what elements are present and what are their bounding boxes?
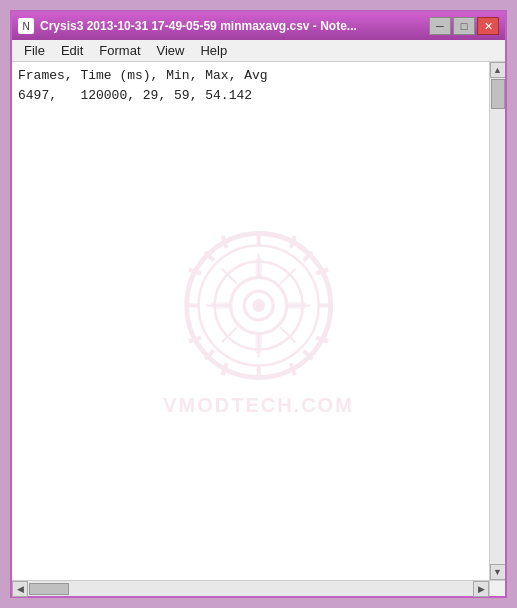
app-icon: N bbox=[18, 18, 34, 34]
notepad-window: N Crysis3 2013-10-31 17-49-05-59 minmaxa… bbox=[10, 10, 507, 598]
menu-edit[interactable]: Edit bbox=[53, 41, 91, 60]
scroll-thumb-h[interactable] bbox=[29, 583, 69, 595]
scroll-right-button[interactable]: ▶ bbox=[473, 581, 489, 597]
title-bar-left: N Crysis3 2013-10-31 17-49-05-59 minmaxa… bbox=[18, 18, 357, 34]
scroll-thumb-v[interactable] bbox=[491, 79, 505, 109]
maximize-button[interactable]: □ bbox=[453, 17, 475, 35]
menu-file[interactable]: File bbox=[16, 41, 53, 60]
scroll-up-button[interactable]: ▲ bbox=[490, 62, 506, 78]
minimize-button[interactable]: ─ bbox=[429, 17, 451, 35]
scrollbar-corner bbox=[489, 580, 505, 596]
menu-help[interactable]: Help bbox=[192, 41, 235, 60]
close-button[interactable]: ✕ bbox=[477, 17, 499, 35]
text-editor[interactable]: Frames, Time (ms), Min, Max, Avg 6497, 1… bbox=[12, 62, 489, 580]
scroll-track-h[interactable] bbox=[28, 581, 473, 596]
title-bar: N Crysis3 2013-10-31 17-49-05-59 minmaxa… bbox=[12, 12, 505, 40]
content-area: Frames, Time (ms), Min, Max, Avg 6497, 1… bbox=[12, 62, 505, 580]
menu-bar: File Edit Format View Help bbox=[12, 40, 505, 62]
menu-format[interactable]: Format bbox=[91, 41, 148, 60]
scroll-track-v[interactable] bbox=[490, 78, 505, 564]
bottom-bar: ◀ ▶ bbox=[12, 580, 505, 596]
scroll-down-button[interactable]: ▼ bbox=[490, 564, 506, 580]
window-title: Crysis3 2013-10-31 17-49-05-59 minmaxavg… bbox=[40, 19, 357, 33]
scroll-left-button[interactable]: ◀ bbox=[12, 581, 28, 597]
menu-view[interactable]: View bbox=[149, 41, 193, 60]
vertical-scrollbar[interactable]: ▲ ▼ bbox=[489, 62, 505, 580]
horizontal-scrollbar[interactable]: ◀ ▶ bbox=[12, 580, 489, 596]
window-controls: ─ □ ✕ bbox=[429, 17, 499, 35]
